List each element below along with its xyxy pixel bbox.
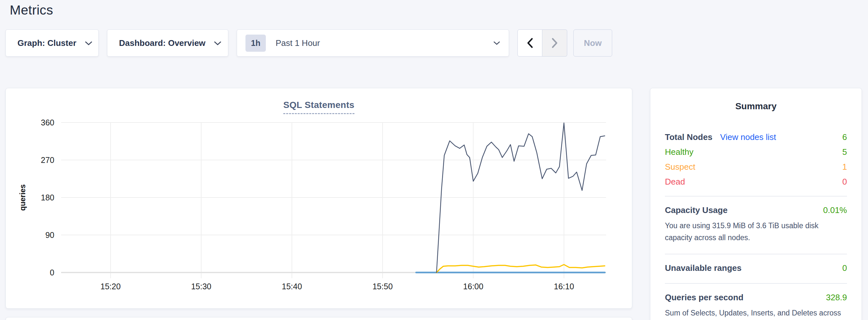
unavailable-ranges-value: 0	[842, 263, 847, 273]
svg-text:180: 180	[41, 193, 54, 202]
divider	[665, 283, 847, 284]
sql-statements-chart[interactable]: 15:2015:3015:4015:5016:0016:100901802703…	[6, 117, 632, 309]
summary-sidebar: Summary Total Nodes View nodes list 6 He…	[650, 88, 862, 320]
queries-per-second-label: Queries per second	[665, 292, 743, 302]
svg-text:270: 270	[41, 156, 54, 164]
suspect-label: Suspect	[665, 162, 695, 172]
svg-text:0: 0	[50, 268, 54, 277]
now-button[interactable]: Now	[574, 29, 612, 57]
controls-bar: Graph: Cluster Dashboard: Overview 1h Pa…	[5, 29, 612, 57]
dead-value: 0	[842, 177, 847, 187]
page-title: Metrics	[10, 3, 53, 18]
metrics-page: { "page": { "title": "Metrics" }, "contr…	[0, 0, 868, 320]
view-nodes-list-link[interactable]: View nodes list	[720, 132, 776, 142]
divider	[665, 196, 847, 196]
dashboard-dropdown[interactable]: Dashboard: Overview	[107, 29, 228, 57]
node-status-rows: Total Nodes View nodes list 6 Healthy 5 …	[665, 130, 847, 189]
divider	[665, 254, 847, 254]
chevron-left-icon	[526, 37, 534, 49]
svg-text:90: 90	[45, 230, 54, 239]
svg-text:16:00: 16:00	[463, 282, 484, 291]
chevron-right-icon	[550, 37, 559, 49]
healthy-nodes-row: Healthy 5	[665, 145, 847, 159]
chevron-down-icon	[214, 41, 221, 45]
queries-per-second-description: Sum of Selects, Updates, Inserts, and De…	[665, 307, 847, 320]
time-back-button[interactable]	[518, 29, 542, 57]
svg-text:15:20: 15:20	[100, 282, 121, 291]
svg-text:15:40: 15:40	[282, 282, 302, 291]
healthy-value: 5	[842, 147, 847, 157]
suspect-value: 1	[842, 162, 847, 172]
graph-dropdown[interactable]: Graph: Cluster	[5, 29, 99, 57]
chart-title-wrap: SQL Statements	[6, 88, 632, 114]
svg-text:16:10: 16:10	[554, 282, 575, 291]
queries-per-second-value: 328.9	[826, 292, 847, 302]
chart-title: SQL Statements	[283, 100, 354, 114]
sql-statements-card: SQL Statements 15:2015:3015:4015:5016:00…	[5, 88, 632, 309]
dashboard-dropdown-label: Dashboard: Overview	[119, 38, 205, 48]
total-nodes-row: Total Nodes View nodes list 6	[665, 130, 847, 145]
chevron-down-icon	[85, 41, 92, 45]
unavailable-ranges-label: Unavailable ranges	[665, 263, 742, 273]
dead-label: Dead	[665, 177, 685, 187]
healthy-label: Healthy	[665, 147, 693, 157]
unavailable-ranges-section: Unavailable ranges 0	[665, 261, 847, 276]
chevron-down-icon	[493, 41, 500, 45]
time-nav-group	[518, 29, 567, 57]
capacity-usage-section: Capacity Usage 0.01% You are using 315.9…	[665, 203, 847, 247]
queries-per-second-section: Queries per second 328.9 Sum of Selects,…	[665, 291, 847, 320]
graph-dropdown-label: Graph: Cluster	[18, 38, 76, 48]
capacity-usage-description: You are using 315.9 MiB of 3.6 TiB usabl…	[665, 220, 847, 244]
next-chart-card	[5, 317, 632, 320]
summary-title: Summary	[665, 88, 847, 111]
capacity-usage-value: 0.01%	[823, 205, 847, 215]
capacity-usage-label: Capacity Usage	[665, 205, 727, 215]
svg-text:queries: queries	[19, 184, 27, 211]
time-range-badge: 1h	[245, 35, 266, 52]
dead-nodes-row: Dead 0	[665, 174, 847, 189]
svg-text:15:30: 15:30	[191, 282, 212, 291]
svg-text:15:50: 15:50	[373, 282, 393, 291]
time-range-label: Past 1 Hour	[276, 38, 320, 48]
time-forward-button[interactable]	[542, 29, 567, 57]
suspect-nodes-row: Suspect 1	[665, 159, 847, 174]
time-range-selector[interactable]: 1h Past 1 Hour	[237, 29, 509, 57]
total-nodes-label: Total Nodes	[665, 132, 712, 142]
svg-text:360: 360	[41, 118, 54, 127]
total-nodes-value: 6	[842, 132, 847, 142]
